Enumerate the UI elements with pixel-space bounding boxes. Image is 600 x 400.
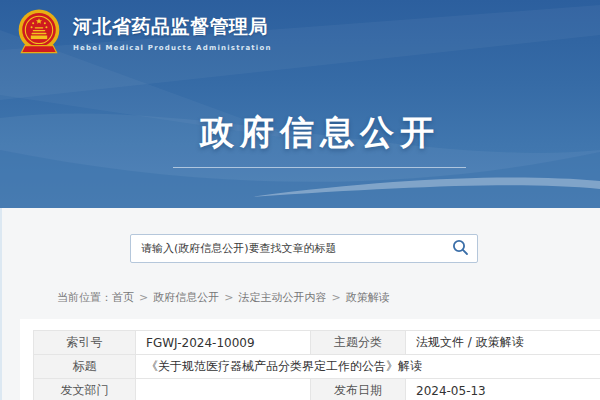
issuing-department-value	[136, 379, 311, 400]
topic-category-label: 主题分类	[311, 331, 406, 355]
site-logo[interactable]: 河北省药品监督管理局 Hebei Medical Products Admini…	[14, 6, 272, 60]
page-header: 河北省药品监督管理局 Hebei Medical Products Admini…	[0, 0, 600, 208]
index-number-value: FGWJ-2024-10009	[136, 331, 311, 355]
breadcrumb-separator: >	[331, 291, 340, 304]
search-button[interactable]	[449, 235, 477, 262]
page-left-edge	[0, 208, 2, 400]
document-info-table: 索引号 FGWJ-2024-10009 主题分类 法规文件 / 政策解读 标题 …	[33, 330, 600, 400]
table-row: 索引号 FGWJ-2024-10009 主题分类 法规文件 / 政策解读	[34, 331, 600, 355]
site-name-en: Hebei Medical Products Administration	[73, 44, 272, 52]
search-box	[130, 234, 478, 263]
search-icon	[452, 239, 469, 259]
title-value: 《关于规范医疗器械产品分类界定工作的公告》解读	[136, 355, 600, 379]
topic-category-value: 法规文件 / 政策解读	[406, 331, 600, 355]
national-emblem-icon	[14, 6, 64, 60]
publish-date-value: 2024-05-13	[406, 379, 600, 400]
search-input[interactable]	[131, 235, 449, 262]
breadcrumb-link-gov-info[interactable]: 政府信息公开	[153, 291, 219, 304]
table-row: 发文部门 发布日期 2024-05-13	[34, 379, 600, 400]
publish-date-label: 发布日期	[311, 379, 406, 400]
breadcrumb: 当前位置：首页>政府信息公开>法定主动公开内容>政策解读	[57, 290, 390, 305]
banner-title: 政府信息公开	[40, 110, 600, 156]
table-row: 标题 《关于规范医疗器械产品分类界定工作的公告》解读	[34, 355, 600, 379]
breadcrumb-label: 当前位置：	[57, 291, 112, 304]
index-number-label: 索引号	[34, 331, 136, 355]
issuing-department-label: 发文部门	[34, 379, 136, 400]
document-info-card: 索引号 FGWJ-2024-10009 主题分类 法规文件 / 政策解读 标题 …	[20, 319, 600, 400]
breadcrumb-link-home[interactable]: 首页	[112, 291, 134, 304]
breadcrumb-link-statutory-disclosure[interactable]: 法定主动公开内容	[238, 291, 326, 304]
breadcrumb-separator: >	[224, 291, 233, 304]
breadcrumb-current: 政策解读	[346, 291, 390, 304]
title-label: 标题	[34, 355, 136, 379]
banner-divider	[173, 167, 466, 168]
breadcrumb-separator: >	[139, 291, 148, 304]
site-name-zh: 河北省药品监督管理局	[73, 14, 272, 40]
